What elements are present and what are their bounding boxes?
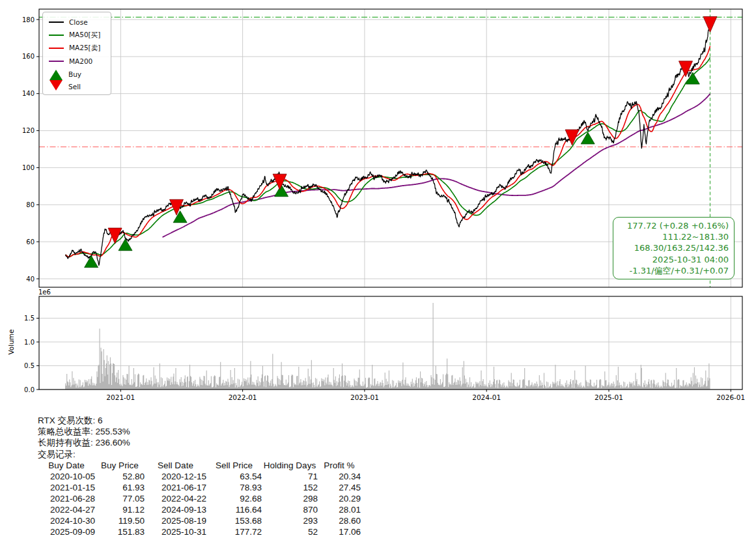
trade-cell: 20.29 xyxy=(318,493,361,504)
legend-label: MA200 xyxy=(69,57,92,65)
col-holding-days: Holding Days xyxy=(262,460,318,471)
trade-cell: 2022-04-27 xyxy=(38,504,95,515)
col-sell-price: Sell Price xyxy=(206,460,262,471)
col-profit-pct: Profit % xyxy=(318,460,361,471)
x-tick-label: 2021-01 xyxy=(106,393,135,401)
annotation-range: 111.22~181.30 xyxy=(617,231,729,242)
volume-tick-label: 1.5 xyxy=(24,315,35,322)
y-tick-label: 40 xyxy=(26,276,35,283)
trade-cell: 20.34 xyxy=(318,471,361,482)
trade-cell: 293 xyxy=(262,515,318,526)
trade-cell: 61.93 xyxy=(95,482,145,493)
trade-cell: 2021-06-17 xyxy=(145,482,206,493)
y-tick-label: 180 xyxy=(22,16,35,23)
trade-cell: 2024-10-30 xyxy=(38,515,95,526)
legend-label: MA25[卖] xyxy=(69,44,100,53)
trade-cell: 52.80 xyxy=(95,471,145,482)
hold-return-line: 长期持有收益: 236.60% xyxy=(38,437,130,448)
trade-cell: 91.12 xyxy=(95,504,145,515)
trade-cell: 152 xyxy=(262,482,318,493)
legend-label: MA50[买] xyxy=(69,31,100,40)
y-tick-label: 100 xyxy=(22,164,35,171)
legend-label: Sell xyxy=(68,83,81,91)
y-tick-label: 160 xyxy=(22,53,35,60)
buy-triangle-icon xyxy=(49,70,63,80)
trade-record-heading: 交易记录: xyxy=(38,449,130,460)
trade-cell: 52 xyxy=(262,526,318,537)
ma200-line-swatch xyxy=(49,61,64,62)
backtest-stats: RTX 交易次数: 6 策略总收益率: 255.53% 长期持有收益: 236.… xyxy=(38,415,130,460)
trade-cell: 77.05 xyxy=(95,493,145,504)
y-tick-label: 80 xyxy=(26,201,35,208)
close-line-swatch xyxy=(49,21,64,23)
trade-row: 2024-10-30119.502025-08-19153.6829328.60 xyxy=(38,515,361,526)
trade-cell: 2024-09-13 xyxy=(145,504,206,515)
y-tick-label: 120 xyxy=(22,127,35,134)
x-tick-label: 2026-01 xyxy=(716,393,745,401)
legend-label: Buy xyxy=(68,70,81,78)
quote-annotation-box: 177.72 (+0.28 +0.16%) 111.22~181.30 168.… xyxy=(613,217,735,279)
trade-row: 2022-04-2791.122024-09-13116.6487028.01 xyxy=(38,504,361,515)
trade-cell: 119.50 xyxy=(95,515,145,526)
legend-label: Close xyxy=(69,18,88,26)
trade-cell: 116.64 xyxy=(206,504,262,515)
legend-item-ma50: MA50[买] xyxy=(49,29,105,42)
strategy-backtest-page: 2021-012022-012023-012024-012025-012026-… xyxy=(0,0,756,553)
trade-cell: 2022-04-22 xyxy=(145,493,206,504)
ma50-line-swatch xyxy=(49,35,64,36)
trade-cell: 298 xyxy=(262,493,318,504)
trade-cell: 151.83 xyxy=(95,526,145,537)
legend-item-ma25: MA25[卖] xyxy=(49,42,105,55)
trade-cell: 2025-10-31 xyxy=(145,526,206,537)
chart-legend: Close MA50[买] MA25[卖] MA200 Buy Sell xyxy=(42,12,111,95)
trade-cell: 870 xyxy=(262,504,318,515)
trade-cell: 17.06 xyxy=(318,526,361,537)
trade-cell: 2020-12-15 xyxy=(145,471,206,482)
y-tick-label: 60 xyxy=(26,238,35,246)
volume-bar-path xyxy=(66,303,710,390)
trades-header-row: Buy Date Buy Price Sell Date Sell Price … xyxy=(38,460,361,471)
trade-row: 2021-01-1561.932021-06-1778.9315227.45 xyxy=(38,482,361,493)
annotation-ma-values: 168.30/163.25/142.36 xyxy=(617,242,729,253)
trade-count-line: RTX 交易次数: 6 xyxy=(38,415,130,426)
trades-table: Buy Date Buy Price Sell Date Sell Price … xyxy=(38,460,361,537)
trade-cell: 78.93 xyxy=(206,482,262,493)
legend-item-sell: Sell xyxy=(49,80,105,92)
x-tick-label: 2023-01 xyxy=(350,393,379,401)
col-sell-date: Sell Date xyxy=(145,460,206,471)
x-tick-label: 2025-01 xyxy=(595,393,623,401)
volume-scale-offset-label: 1e6 xyxy=(38,289,51,296)
trade-cell: 92.68 xyxy=(206,493,262,504)
y-tick-label: 140 xyxy=(22,90,35,97)
legend-item-buy: Buy xyxy=(49,68,105,80)
annotation-datetime: 2025-10-31 04:00 xyxy=(617,254,729,265)
trade-cell: 2020-10-05 xyxy=(38,471,95,482)
annotation-price-change: 177.72 (+0.28 +0.16%) xyxy=(617,220,729,231)
price-volume-chart: 2021-012022-012023-012024-012025-012026-… xyxy=(0,0,756,412)
trade-row: 2020-10-0552.802020-12-1563.547120.34 xyxy=(38,471,361,482)
trade-cell: 2021-06-28 xyxy=(38,493,95,504)
volume-axis-label: Volume xyxy=(7,316,15,368)
volume-tick-label: 0.5 xyxy=(24,362,35,369)
x-tick-label: 2024-01 xyxy=(472,393,501,401)
trade-cell: 2021-01-15 xyxy=(38,482,95,493)
trade-cell: 71 xyxy=(262,471,318,482)
axes-spines-ticks: 2021-012022-012023-012024-012025-012026-… xyxy=(22,9,745,401)
trade-cell: 28.60 xyxy=(318,515,361,526)
annotation-bias: -1.31/偏空/+0.31/+0.07 xyxy=(617,265,729,276)
col-buy-date: Buy Date xyxy=(38,460,95,471)
trade-cell: 2025-08-19 xyxy=(145,515,206,526)
col-buy-price: Buy Price xyxy=(95,460,145,471)
grid-lines xyxy=(39,9,742,390)
sell-triangle-icon xyxy=(49,80,63,91)
strategy-return-line: 策略总收益率: 255.53% xyxy=(38,426,130,437)
trade-cell: 153.68 xyxy=(206,515,262,526)
sell-markers xyxy=(108,17,717,244)
trade-cell: 27.45 xyxy=(318,482,361,493)
trade-row: 2021-06-2877.052022-04-2292.6829820.29 xyxy=(38,493,361,504)
trade-cell: 177.72 xyxy=(206,526,262,537)
buy-markers xyxy=(85,72,700,268)
trade-row: 2025-09-09151.832025-10-31177.725217.06 xyxy=(38,526,361,537)
x-tick-label: 2022-01 xyxy=(229,393,257,401)
ma25-line-swatch xyxy=(49,48,64,49)
